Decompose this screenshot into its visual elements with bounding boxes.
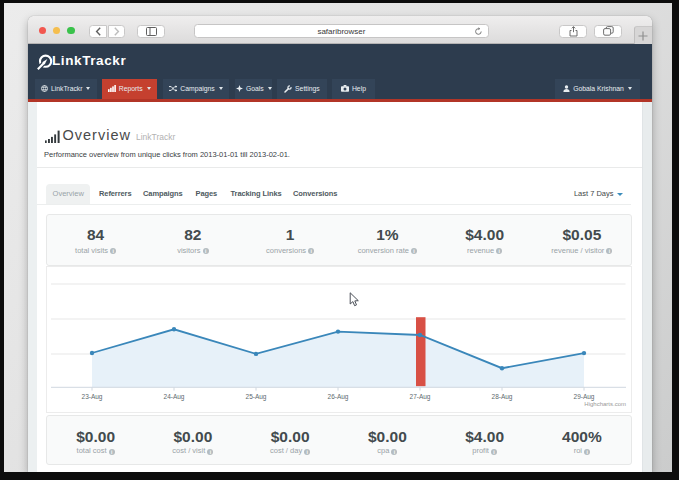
svg-text:25-Aug: 25-Aug bbox=[246, 393, 267, 401]
svg-text:24-Aug: 24-Aug bbox=[164, 393, 185, 401]
svg-text:27-Aug: 27-Aug bbox=[410, 393, 431, 401]
svg-text:Highcharts.com: Highcharts.com bbox=[584, 401, 626, 407]
svg-text:28-Aug: 28-Aug bbox=[492, 393, 513, 401]
svg-text:23-Aug: 23-Aug bbox=[82, 393, 103, 401]
svg-text:26-Aug: 26-Aug bbox=[328, 393, 349, 401]
svg-text:29-Aug: 29-Aug bbox=[574, 393, 595, 401]
